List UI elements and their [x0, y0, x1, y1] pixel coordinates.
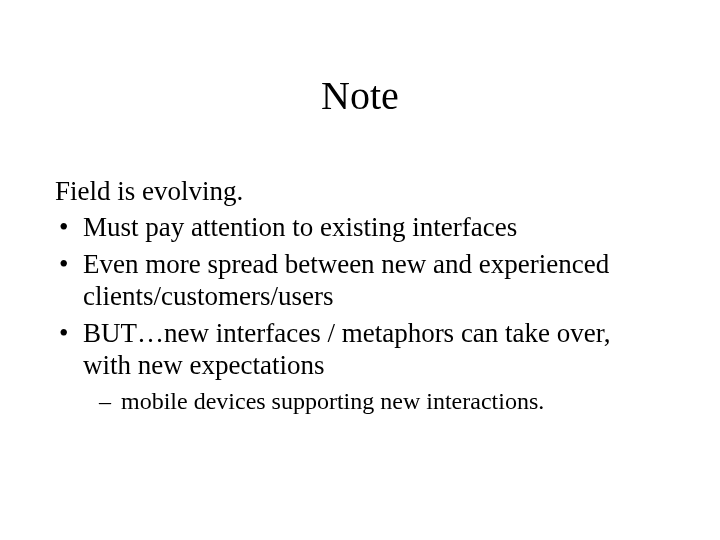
bullet-item: BUT…new interfaces / metaphors can take … [55, 317, 660, 382]
sub-bullet-list: mobile devices supporting new interactio… [55, 387, 660, 416]
bullet-item: Even more spread between new and experie… [55, 248, 660, 313]
slide: Note Field is evolving. Must pay attenti… [0, 72, 720, 540]
sub-bullet-item: mobile devices supporting new interactio… [99, 387, 660, 416]
slide-body: Field is evolving. Must pay attention to… [55, 175, 660, 416]
bullet-list: Must pay attention to existing interface… [55, 211, 660, 381]
bullet-item: Must pay attention to existing interface… [55, 211, 660, 243]
intro-text: Field is evolving. [55, 175, 660, 207]
slide-title: Note [0, 72, 720, 119]
